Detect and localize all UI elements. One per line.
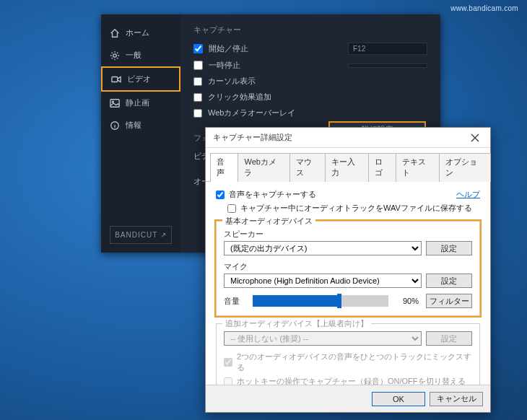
close-icon[interactable] <box>464 131 486 145</box>
sidebar-item-label: 情報 <box>126 120 141 131</box>
sidebar-item-video[interactable]: ビデオ <box>101 66 180 92</box>
record-toggle-label: 開始／停止 <box>209 43 248 54</box>
sidebar: ホーム 一般 ビデオ 静止画 情報 BANDICUT ↗ <box>101 14 180 253</box>
hotkey-toggle-checkbox <box>224 377 232 385</box>
mix-tracks-label: 2つのオーディオデバイスの音声をひとつのトラックにミックスする <box>237 351 472 373</box>
pause-label: 一時停止 <box>209 60 240 71</box>
hotkey-toggle-label: ホットキーの操作でキャプチャー（録音）ON/OFFを切り替える <box>237 376 466 385</box>
capture-detail-dialog: キャプチャー詳細設定 音声 Webカメラ マウス キー入力 ロゴ テキスト オプ… <box>205 127 491 413</box>
mic-settings-button[interactable]: 設定 <box>426 274 472 288</box>
ok-button[interactable]: OK <box>372 392 425 406</box>
gear-icon <box>110 51 120 61</box>
info-icon <box>110 121 120 131</box>
speaker-label: スピーカー <box>224 229 472 240</box>
dialog-titlebar[interactable]: キャプチャー詳細設定 <box>206 128 490 148</box>
pause-hotkey-field[interactable] <box>348 64 427 68</box>
sidebar-item-home[interactable]: ホーム <box>101 22 180 44</box>
speaker-settings-button[interactable]: 設定 <box>426 241 472 255</box>
tab-options[interactable]: オプション <box>439 153 491 182</box>
sidebar-item-general[interactable]: 一般 <box>101 44 180 66</box>
tab-mouse[interactable]: マウス <box>289 153 326 182</box>
volume-slider[interactable] <box>253 295 388 307</box>
svg-point-3 <box>112 101 113 102</box>
capture-audio-label: 音声をキャプチャーする <box>229 189 316 200</box>
dialog-footer: OK キャンセル <box>206 385 490 412</box>
mix-tracks-checkbox <box>224 358 232 367</box>
image-icon <box>110 98 120 108</box>
speaker-select[interactable]: (既定の出力デバイス) <box>224 241 422 255</box>
save-wav-label: キャプチャー中にオーディオトラックをWAVファイルに保存する <box>240 203 472 214</box>
tab-audio[interactable]: 音声 <box>210 153 238 182</box>
filter-button[interactable]: フィルター <box>426 294 472 308</box>
additional-device-select[interactable]: -- 使用しない (推奨) -- <box>224 331 422 346</box>
primary-audio-group: 基本オーディオデバイス スピーカー (既定の出力デバイス) 設定 マイク Mic… <box>216 221 480 316</box>
cursor-checkbox[interactable] <box>193 77 202 86</box>
sidebar-item-label: ホーム <box>126 27 149 38</box>
volume-label: 音量 <box>224 296 245 307</box>
help-link[interactable]: ヘルプ <box>456 189 480 200</box>
tab-webcam[interactable]: Webカメラ <box>238 153 289 182</box>
svg-rect-1 <box>112 76 118 82</box>
bandicut-link[interactable]: BANDICUT ↗ <box>110 226 172 244</box>
cursor-label: カーソル表示 <box>208 76 256 87</box>
sidebar-item-info[interactable]: 情報 <box>101 114 180 136</box>
svg-point-0 <box>113 53 116 56</box>
mic-select[interactable]: Microphone (High Definition Audio Device… <box>224 274 422 288</box>
tab-logo[interactable]: ロゴ <box>368 153 396 182</box>
dialog-body: ヘルプ 音声をキャプチャーする キャプチャー中にオーディオトラックをWAVファイ… <box>206 182 490 385</box>
click-effect-checkbox[interactable] <box>193 93 202 102</box>
record-toggle-checkbox[interactable] <box>193 44 203 53</box>
cancel-button[interactable]: キャンセル <box>430 392 483 406</box>
additional-settings-button: 設定 <box>426 331 472 346</box>
save-wav-checkbox[interactable] <box>227 204 236 213</box>
pause-checkbox[interactable] <box>193 61 203 70</box>
additional-audio-group-title: 追加オーディオデバイス【上級者向け】 <box>222 318 371 329</box>
video-icon <box>111 74 121 84</box>
additional-audio-group: 追加オーディオデバイス【上級者向け】 -- 使用しない (推奨) -- 設定 2… <box>216 323 480 385</box>
webcam-overlay-checkbox[interactable] <box>193 109 202 118</box>
record-hotkey-field[interactable]: F12 <box>348 43 427 55</box>
dialog-title: キャプチャー詳細設定 <box>213 132 292 143</box>
home-icon <box>110 28 120 38</box>
volume-thumb[interactable] <box>337 294 341 308</box>
sidebar-item-label: ビデオ <box>127 74 151 84</box>
primary-audio-group-title: 基本オーディオデバイス <box>222 216 315 227</box>
sidebar-item-image[interactable]: 静止画 <box>101 92 180 114</box>
dialog-tabs: 音声 Webカメラ マウス キー入力 ロゴ テキスト オプション <box>206 152 490 182</box>
sidebar-item-label: 静止画 <box>126 97 149 108</box>
tab-keyinput[interactable]: キー入力 <box>325 153 369 182</box>
volume-percent: 90% <box>396 297 419 305</box>
tab-text[interactable]: テキスト <box>396 153 440 182</box>
volume-fill <box>253 295 337 307</box>
click-effect-label: クリック効果追加 <box>208 92 271 102</box>
mic-label: マイク <box>224 261 472 272</box>
capture-section-title: キャプチャー <box>193 25 427 35</box>
watermark: www.bandicam.com <box>450 4 518 12</box>
capture-audio-checkbox[interactable] <box>216 191 225 199</box>
webcam-overlay-label: Webカメラオーバーレイ <box>208 108 295 118</box>
sidebar-item-label: 一般 <box>126 50 141 61</box>
svg-rect-2 <box>110 99 119 107</box>
